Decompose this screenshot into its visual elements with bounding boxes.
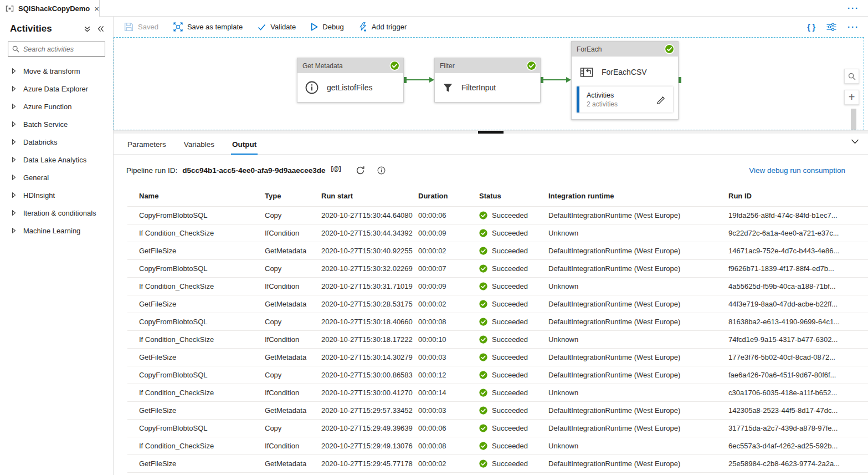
cell-status: Succeeded <box>479 389 548 397</box>
sidebar-item-general[interactable]: General <box>0 168 113 186</box>
pipeline-run-id-label: Pipeline run ID: <box>126 166 177 175</box>
sidebar-item-batch-service[interactable]: Batch Service <box>0 115 113 133</box>
collapse-all-icon[interactable] <box>84 25 91 33</box>
table-row[interactable]: GetFileSizeGetMetadata2020-10-27T15:30:1… <box>127 349 868 366</box>
sidebar-item-hdinsight[interactable]: HDInsight <box>0 186 113 204</box>
table-row[interactable]: CopyFromBlobtoSQLCopy2020-10-27T15:30:44… <box>127 207 868 224</box>
cell-status: Succeeded <box>479 371 548 379</box>
column-header-type[interactable]: Type <box>265 192 321 200</box>
save-as-template-button[interactable]: Save as template <box>173 22 243 32</box>
table-row[interactable]: If Condition_CheckSizeIfCondition2020-10… <box>127 437 868 455</box>
succeeded-icon <box>479 264 487 273</box>
collapse-panel-icon[interactable] <box>97 25 104 32</box>
table-row[interactable]: GetFileSizeGetMetadata2020-10-27T15:30:2… <box>127 295 868 313</box>
table-row[interactable]: CopyFromBlobtoSQLCopy2020-10-27T15:30:32… <box>127 260 868 278</box>
table-row[interactable]: If Condition_CheckSizeIfCondition2020-10… <box>127 384 868 402</box>
cell-type: Copy <box>265 211 321 219</box>
chevron-right-icon <box>12 121 16 127</box>
cell-name: GetFileSize <box>127 247 265 255</box>
connector-line <box>543 79 566 80</box>
column-header-name[interactable]: Name <box>127 192 265 200</box>
template-icon <box>173 22 183 32</box>
save-icon <box>124 22 133 32</box>
zoom-in-button[interactable]: + <box>844 90 859 105</box>
table-row[interactable]: If Condition_CheckSizeIfCondition2020-10… <box>127 331 868 349</box>
cell-run-start: 2020-10-27T15:29:45.77178 <box>321 459 418 468</box>
sidebar-item-iteration-conditionals[interactable]: Iteration & conditionals <box>0 204 113 222</box>
succeeded-icon <box>479 318 487 326</box>
status-label: Succeeded <box>492 300 528 308</box>
table-row[interactable]: GetFileSizeGetMetadata2020-10-27T15:29:4… <box>127 455 868 473</box>
sidebar-item-machine-learning[interactable]: Machine Learning <box>0 222 113 239</box>
tab-variables[interactable]: Variables <box>183 135 215 155</box>
sidebar-item-move-transform[interactable]: Move & transform <box>0 62 113 80</box>
table-row[interactable]: If Condition_CheckSizeIfCondition2020-10… <box>127 278 868 295</box>
tabbar-rest: ··· <box>100 0 868 17</box>
cell-duration: 00:00:08 <box>418 442 479 450</box>
cell-name: If Condition_CheckSize <box>127 229 265 237</box>
sidebar-item-databricks[interactable]: Databricks <box>0 133 113 151</box>
cell-name: GetFileSize <box>127 459 265 468</box>
table-row[interactable]: CopyFromBlobtoSQLCopy2020-10-27T15:30:18… <box>127 313 868 331</box>
column-header-status[interactable]: Status <box>479 192 548 200</box>
node-type-label: Get Metadata <box>302 62 343 70</box>
tabbar-more-button[interactable]: ··· <box>848 3 859 13</box>
chevron-right-icon <box>12 157 16 162</box>
settings-sliders-icon[interactable] <box>826 23 836 31</box>
pipeline-toolbar: Saved Save as template Validate Debug <box>114 17 868 37</box>
sidebar-item-data-lake-analytics[interactable]: Data Lake Analytics <box>0 151 113 168</box>
info-icon[interactable] <box>377 166 386 175</box>
cell-run-start: 2020-10-27T15:30:00.41270 <box>321 389 418 397</box>
search-icon <box>12 45 19 53</box>
sidebar-item-azure-function[interactable]: Azure Function <box>0 98 113 115</box>
table-row[interactable]: CopyFromBlobtoSQLCopy2020-10-27T15:29:49… <box>127 420 868 437</box>
edit-pencil-icon[interactable] <box>656 95 665 104</box>
column-header-run-id[interactable]: Run ID <box>728 192 868 200</box>
refresh-icon[interactable] <box>356 166 365 175</box>
activities-search[interactable] <box>8 42 105 57</box>
column-header-duration[interactable]: Duration <box>418 192 479 200</box>
cell-run-id: 6ec557a3-d4af-4262-ad25-592b... <box>728 442 868 450</box>
pipeline-canvas[interactable]: Get Metadata getListofFiles Filter <box>114 37 864 130</box>
canvas-scrollbar[interactable] <box>851 109 856 130</box>
table-row[interactable]: If Condition_CheckSizeIfCondition2020-10… <box>127 224 868 242</box>
save-button[interactable]: Saved <box>124 22 158 32</box>
tab-output[interactable]: Output <box>231 135 258 155</box>
validate-button[interactable]: Validate <box>258 23 296 31</box>
annotation-icon[interactable]: [@] <box>331 165 341 172</box>
table-row[interactable]: CopyFromBlobtoSQLCopy2020-10-27T15:30:00… <box>127 366 868 384</box>
status-label: Succeeded <box>492 442 528 450</box>
cell-run-id: 4a55625d-f59b-40ca-a188-71bf... <box>728 282 868 290</box>
collapse-panel-chevron-icon[interactable] <box>851 139 859 144</box>
node-foreach[interactable]: ForEach ForEachCSV Ac <box>571 41 679 120</box>
chevron-right-icon <box>12 68 16 74</box>
pipeline-tab[interactable]: SQlShackCopyDemo × <box>0 0 100 17</box>
cell-duration: 00:00:07 <box>418 264 479 273</box>
sidebar-item-label: Data Lake Analytics <box>23 156 86 164</box>
node-filter[interactable]: Filter FilterInput <box>434 58 541 103</box>
connector-arrow-icon <box>429 77 434 83</box>
status-label: Succeeded <box>492 229 528 237</box>
column-header-integration-runtime[interactable]: Integration runtime <box>548 192 728 200</box>
cell-type: GetMetadata <box>265 300 321 308</box>
tab-parameters[interactable]: Parameters <box>126 135 167 155</box>
table-row[interactable]: GetFileSizeGetMetadata2020-10-27T15:29:5… <box>127 402 868 420</box>
cell-type: Copy <box>265 371 321 379</box>
sidebar-item-azure-data-explorer[interactable]: Azure Data Explorer <box>0 80 113 98</box>
succeeded-icon <box>479 335 487 344</box>
view-debug-run-consumption-link[interactable]: View debug run consumption <box>749 166 845 175</box>
column-header-run-start[interactable]: Run start <box>321 192 418 200</box>
cell-duration: 00:00:02 <box>418 300 479 308</box>
add-trigger-button[interactable]: Add trigger <box>359 22 407 32</box>
toolbar-more-button[interactable]: ··· <box>848 22 859 32</box>
node-get-metadata[interactable]: Get Metadata getListofFiles <box>297 58 404 103</box>
succeeded-badge-icon <box>526 60 537 71</box>
table-row[interactable]: GetFileSizeGetMetadata2020-10-27T15:30:4… <box>127 242 868 260</box>
chevron-right-icon <box>12 192 16 198</box>
close-icon[interactable]: × <box>94 4 99 13</box>
debug-button[interactable]: Debug <box>311 23 343 31</box>
foreach-activities-card[interactable]: Activities 2 activities <box>577 86 673 113</box>
search-input[interactable] <box>23 45 101 53</box>
code-view-icon[interactable]: { } <box>807 23 815 32</box>
zoom-to-fit-button[interactable] <box>844 69 859 84</box>
